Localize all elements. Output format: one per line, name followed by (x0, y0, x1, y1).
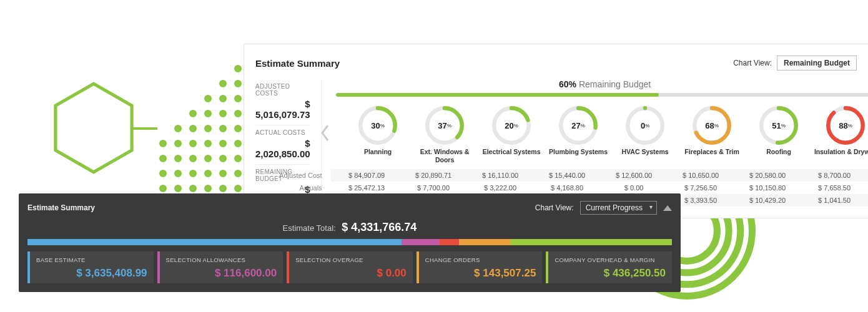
table-cell: $ 1,041.50 (801, 197, 868, 204)
table-cell: $ 0.00 (601, 184, 668, 192)
adjusted-costs-label: ADJUSTED COSTS (255, 83, 310, 97)
svg-point-4 (103, 125, 107, 129)
segment-box: BASE ESTIMATE $ 3,635,408.99 (27, 251, 154, 283)
decorative-connector-line (132, 127, 157, 130)
chart-view-label: Chart View: (733, 59, 772, 67)
segment-bar-part (511, 239, 672, 245)
remaining-budget-heading: 60% Remaining Budget (331, 79, 868, 89)
segment-bar-part (402, 239, 440, 245)
segment-bar-part (459, 239, 511, 245)
segment-box: SELECTION ALLOWANCES $ 116,600.00 (157, 251, 284, 283)
gauge-plumbing-systems: 27% Plumbing Systems (545, 105, 612, 164)
gauge-roofing: 51% Roofing (746, 105, 812, 164)
actual-costs-value: $ 2,020,850.00 (255, 136, 310, 160)
svg-marker-0 (56, 84, 132, 172)
segment-label: COMPANY OVERHEAD & MARGIN (555, 256, 666, 263)
segment-value: $ 116,600.00 (166, 267, 277, 280)
segment-box: COMPANY OVERHEAD & MARGIN $ 436,250.50 (546, 251, 672, 283)
segment-label: BASE ESTIMATE (36, 256, 147, 263)
segment-box: SELECTION OVERAGE $ 0.00 (287, 251, 413, 283)
table-cell: $ 12,600.00 (601, 172, 668, 179)
decorative-dot-grid (159, 50, 257, 192)
dark-chart-view-label: Chart View: (535, 203, 574, 212)
estimate-total: Estimate Total: $ 4,331,766.74 (27, 221, 672, 234)
segment-bar-part (440, 239, 459, 245)
gauge-hvac-systems: 0% HVAC Systems (612, 105, 679, 164)
estimate-summary-dark-card: Estimate Summary Chart View: Current Pro… (19, 193, 681, 292)
remaining-budget-progress (336, 93, 868, 97)
adjusted-costs-value: $ 5,016,079.73 (255, 97, 310, 121)
table-cell: $ 10,650.00 (668, 172, 734, 179)
actual-costs-label: ACTUAL COSTS (255, 129, 310, 136)
table-cell: $ 10,150.80 (734, 184, 801, 192)
segment-value: $ 143,507.25 (425, 267, 536, 280)
dark-chart-view-select[interactable]: Current Progress (580, 201, 657, 215)
gauge-ext-windows-doors: 37% Ext. Windows & Doors (412, 105, 478, 164)
scroll-left-button[interactable] (320, 118, 330, 148)
segment-value: $ 3,635,408.99 (36, 267, 147, 280)
card-title: Estimate Summary (255, 58, 340, 69)
table-cell: $ 7,700.00 (400, 184, 467, 192)
dark-card-title: Estimate Summary (27, 203, 95, 212)
estimate-segments-boxes: BASE ESTIMATE $ 3,635,408.99 SELECTION A… (27, 251, 672, 283)
table-cell: $ 7,658.50 (801, 184, 868, 192)
table-cell: $ 10,429.20 (734, 197, 801, 204)
gauge-insulation-drywall: 88% Insulation & Drywall (812, 105, 868, 164)
table-cell: $ 20,890.71 (400, 172, 467, 179)
table-row-actuals: Actuals $ 25,472.13$ 7,700.00$ 3,222.00$… (331, 182, 868, 194)
gauge-electrical-systems: 20% Electrical Systems (478, 105, 545, 164)
segment-label: CHANGE ORDERS (425, 256, 536, 263)
hexagon-logo (53, 81, 134, 175)
table-cell: $ 8,700.00 (801, 172, 868, 179)
segment-label: SELECTION OVERAGE (295, 256, 407, 263)
svg-point-3 (93, 120, 97, 124)
segment-bar-part (27, 239, 402, 245)
collapse-toggle-icon[interactable] (663, 205, 672, 211)
category-gauges: 30% Planning 37% Ext. Windows & Doors 20… (331, 105, 868, 164)
table-cell: $ 84,907.09 (333, 172, 400, 179)
segment-box: CHANGE ORDERS $ 143,507.25 (417, 251, 543, 283)
chart-view-select[interactable]: Remaining Budget (777, 56, 857, 71)
table-row-adjusted: Adjusted Cost $ 84,907.09$ 20,890.71$ 16… (331, 169, 868, 182)
estimate-summary-light-card: Estimate Summary Chart View: Remaining B… (244, 44, 868, 218)
table-cell: $ 16,110.00 (467, 172, 534, 179)
table-cell: $ 3,222.00 (467, 184, 534, 192)
gauge-planning: 30% Planning (345, 105, 412, 164)
gauge-fireplaces-trim: 68% Fireplaces & Trim (679, 105, 746, 164)
table-cell: $ 25,472.13 (333, 184, 400, 192)
estimate-segments-bar (27, 239, 672, 245)
segment-label: SELECTION ALLOWANCES (166, 256, 277, 263)
table-cell: $ 7,256.50 (668, 184, 734, 192)
svg-point-1 (74, 128, 78, 132)
table-cell: $ 4,168.80 (534, 184, 601, 192)
table-cell: $ 20,580.00 (734, 172, 801, 179)
table-cell: $ 15,440.00 (534, 172, 601, 179)
segment-value: $ 0.00 (295, 267, 407, 280)
segment-value: $ 436,250.50 (555, 267, 666, 280)
svg-point-2 (84, 133, 88, 137)
